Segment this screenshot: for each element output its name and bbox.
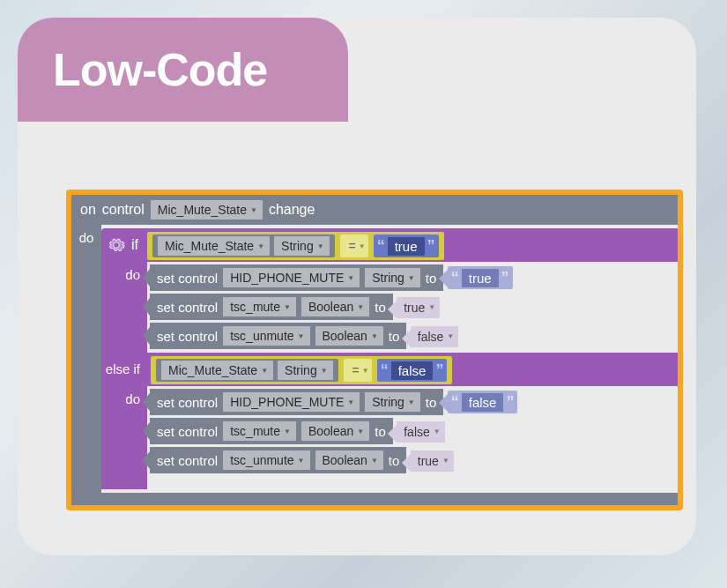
kw-set-control: set control <box>157 395 218 410</box>
chevron-down-icon: ▼ <box>284 303 291 311</box>
condition-2[interactable]: Mic_Mute_State ▼ String ▼ <box>151 356 452 384</box>
stmt-type-dropdown[interactable]: Boolean▼ <box>301 421 369 441</box>
cond2-op-dropdown[interactable]: = ▼ <box>344 359 372 382</box>
cond2-value-string[interactable]: “ false ” <box>377 359 448 382</box>
cond1-op: = <box>349 239 356 253</box>
event-block[interactable]: on control Mic_Mute_State ▼ change do <box>66 190 683 510</box>
stmt-type-dropdown[interactable]: Boolean▼ <box>315 450 383 470</box>
chevron-down-icon: ▼ <box>284 428 291 435</box>
stmt-var-dropdown[interactable]: HID_PHONE_MUTE▼ <box>223 392 360 412</box>
quote-close-icon: ” <box>506 393 514 412</box>
gear-icon[interactable] <box>107 235 126 255</box>
stmt-type: Boolean <box>323 453 367 467</box>
kw-set-control: set control <box>157 271 218 286</box>
kw-to: to <box>375 300 386 315</box>
set-control-row[interactable]: set controlHID_PHONE_MUTE▼String▼to <box>150 264 443 291</box>
block-workspace[interactable]: on control Mic_Mute_State ▼ change do <box>66 190 683 510</box>
event-control-value: Mic_Mute_State <box>158 203 247 217</box>
cond2-type-dropdown[interactable]: String ▼ <box>278 361 333 380</box>
quote-open-icon: “ <box>377 237 385 256</box>
stmt-var-dropdown[interactable]: tsc_unmute▼ <box>223 450 309 470</box>
value-string[interactable]: “true” <box>448 266 513 289</box>
set-control-row[interactable]: set controltsc_mute▼Boolean▼to <box>150 294 393 320</box>
chevron-down-icon: ▼ <box>261 367 268 375</box>
quote-open-icon: “ <box>451 393 459 412</box>
cond2-var-dropdown[interactable]: Mic_Mute_State ▼ <box>161 361 273 380</box>
chevron-down-icon: ▼ <box>317 242 324 250</box>
set-control-row[interactable]: set controltsc_unmute▼Boolean▼to <box>150 447 406 473</box>
stmt-type-dropdown[interactable]: String▼ <box>365 392 420 412</box>
elseif-header[interactable]: else if Mic_Mute_State ▼ <box>101 353 678 386</box>
kw-set-control: set control <box>157 329 218 344</box>
chevron-down-icon: ▼ <box>359 242 366 250</box>
set-control-row[interactable]: set controltsc_unmute▼Boolean▼to <box>150 323 406 349</box>
stmt-var: tsc_mute <box>230 424 280 438</box>
condition-1[interactable]: Mic_Mute_State ▼ String ▼ = <box>147 232 444 260</box>
set-control-stmt[interactable]: set controltsc_unmute▼Boolean▼to true▼ <box>150 447 678 473</box>
value-bool[interactable]: false▼ <box>411 326 459 347</box>
chevron-down-icon: ▼ <box>357 303 364 311</box>
kw-to: to <box>426 395 437 410</box>
cond1-type-dropdown[interactable]: String ▼ <box>274 236 330 256</box>
value-text: false <box>462 393 504 412</box>
stmt-type-dropdown[interactable]: Boolean▼ <box>301 297 369 316</box>
stmt-type-dropdown[interactable]: Boolean▼ <box>315 326 383 346</box>
cond2-var: Mic_Mute_State <box>168 363 257 377</box>
event-body: do if Mic_Mute_State <box>71 225 678 493</box>
value-text: true <box>462 269 499 287</box>
bool-dropdown[interactable]: true▼ <box>411 450 454 472</box>
stmt-var-dropdown[interactable]: tsc_mute▼ <box>223 297 296 316</box>
chevron-down-icon: ▼ <box>347 274 354 282</box>
stmt-type-dropdown[interactable]: String▼ <box>365 268 420 287</box>
kw-to: to <box>375 424 386 439</box>
cond2-type: String <box>285 363 317 377</box>
quote-open-icon: “ <box>381 361 389 380</box>
set-control-stmt[interactable]: set controltsc_mute▼Boolean▼to true▼ <box>150 294 678 320</box>
chevron-down-icon: ▼ <box>434 428 441 435</box>
chevron-down-icon: ▼ <box>347 398 354 406</box>
set-control-stmt[interactable]: set controltsc_unmute▼Boolean▼to false▼ <box>150 323 678 349</box>
cond2-left[interactable]: Mic_Mute_State ▼ String ▼ <box>156 359 338 382</box>
cond2-op: = <box>352 363 360 377</box>
cond1-var: Mic_Mute_State <box>165 239 254 253</box>
stmt-var-dropdown[interactable]: tsc_unmute▼ <box>223 326 309 346</box>
bool-dropdown[interactable]: false▼ <box>397 421 445 443</box>
kw-change: change <box>269 202 315 218</box>
set-control-stmt[interactable]: set controlHID_PHONE_MUTE▼String▼to “fal… <box>150 389 678 415</box>
cond1-val: true <box>388 237 425 256</box>
if-block-bottom <box>101 477 147 489</box>
chevron-down-icon: ▼ <box>298 457 305 465</box>
quote-open-icon: “ <box>451 269 459 287</box>
kw-do-2: do <box>101 386 147 477</box>
kw-if: if <box>131 237 138 253</box>
kw-do-1: do <box>101 262 147 353</box>
set-control-stmt[interactable]: set controltsc_mute▼Boolean▼to false▼ <box>150 418 678 444</box>
cond2-val: false <box>391 361 434 380</box>
value-bool[interactable]: true▼ <box>397 297 440 318</box>
event-header[interactable]: on control Mic_Mute_State ▼ change <box>71 195 678 225</box>
set-control-stmt[interactable]: set controlHID_PHONE_MUTE▼String▼to “tru… <box>150 264 678 291</box>
header-tab: Low-Code <box>18 18 348 122</box>
event-control-dropdown[interactable]: Mic_Mute_State ▼ <box>151 200 263 220</box>
bool-dropdown[interactable]: false▼ <box>411 326 459 347</box>
cond1-op-dropdown[interactable]: = ▼ <box>340 234 368 257</box>
value-bool[interactable]: false▼ <box>397 421 445 443</box>
chevron-down-icon: ▼ <box>428 303 435 311</box>
chevron-down-icon: ▼ <box>442 457 449 465</box>
set-control-row[interactable]: set controltsc_mute▼Boolean▼to <box>150 418 393 444</box>
set-control-row[interactable]: set controlHID_PHONE_MUTE▼String▼to <box>150 389 443 415</box>
bool-dropdown[interactable]: true▼ <box>397 297 440 318</box>
stmt-var-dropdown[interactable]: HID_PHONE_MUTE▼ <box>223 268 360 287</box>
cond1-value-string[interactable]: “ true ” <box>374 234 439 257</box>
chevron-down-icon: ▼ <box>447 332 454 340</box>
cond1-left[interactable]: Mic_Mute_State ▼ String ▼ <box>152 234 335 257</box>
kw-to: to <box>389 453 400 468</box>
if-block[interactable]: if Mic_Mute_State ▼ String ▼ <box>101 228 678 493</box>
value-string[interactable]: “false” <box>448 391 518 413</box>
stmt-type: String <box>372 271 404 285</box>
cond1-var-dropdown[interactable]: Mic_Mute_State ▼ <box>158 236 270 256</box>
if-header[interactable]: if Mic_Mute_State ▼ String ▼ <box>101 228 678 262</box>
stmt-var-dropdown[interactable]: tsc_mute▼ <box>223 421 296 441</box>
value-bool[interactable]: true▼ <box>411 450 454 472</box>
event-block-bottom <box>71 493 678 505</box>
